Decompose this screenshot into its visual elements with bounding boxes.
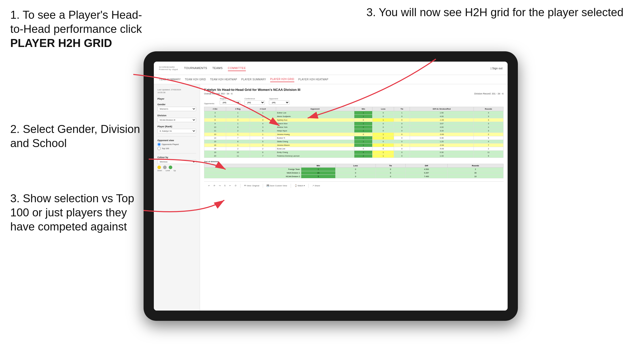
toolbar-share[interactable]: ↗ Share <box>311 184 321 187</box>
sidebar-divider <box>157 136 196 137</box>
legend-level <box>163 166 167 169</box>
cell-loss: 2 <box>373 136 394 140</box>
filter-conference-select[interactable]: (All) <box>244 100 265 105</box>
cell-rounds: 2 <box>474 133 503 136</box>
division-record: Division Record: 331 - 34 - 6 <box>474 92 504 95</box>
sidebar-division-select[interactable]: NCAA Division III <box>157 118 196 122</box>
nav-teams[interactable]: TEAMS <box>212 65 223 71</box>
app-nav: SCOREBOARD Powered by clippd TOURNAMENTS… <box>154 62 508 75</box>
toolbar-undo[interactable]: ↩ <box>207 184 211 187</box>
nav-committee[interactable]: COMMITTEE <box>228 65 246 71</box>
cell-opponent: Jessica Mason <box>276 143 354 147</box>
subnav-player-h2h-grid[interactable]: PLAYER H2H GRID <box>270 77 294 82</box>
ood-table: Win Loss Tie Diff Rounds Foreign Team 1 … <box>204 164 504 178</box>
subnav-team-summary[interactable]: TEAM SUMMARY <box>159 77 181 82</box>
cell-loss: 1 <box>373 133 394 136</box>
filter-region-select[interactable]: (All) <box>220 100 240 105</box>
cell-conf: 2 <box>250 115 276 118</box>
instruction-step3-left: 3. Show selection vs Top 100 or just pla… <box>10 191 154 234</box>
nav-tournaments[interactable]: TOURNAMENTS <box>184 65 207 71</box>
toolbar-redo1[interactable]: ⟳ <box>213 184 216 187</box>
share-icon: ↗ <box>312 185 314 187</box>
radio-top100-input[interactable] <box>157 147 161 150</box>
radio-opponents-played[interactable]: Opponents Played <box>157 143 196 146</box>
radio-opponents-played-label: Opponents Played <box>162 143 179 146</box>
ood-cell-loss: 0 <box>336 168 376 171</box>
table-row: 5 2 2 Alexis Sudjianto 1 0 0 4.00 3 <box>204 115 504 118</box>
ood-cell-name: Foreign Team <box>204 168 301 171</box>
sidebar-opponent-view-label: Opponent view <box>157 139 196 142</box>
cell-div: 10 <box>204 126 226 129</box>
tablet-device: SCOREBOARD Powered by clippd TOURNAMENTS… <box>144 51 518 321</box>
sidebar-division-label: Division <box>157 114 196 117</box>
nav-right[interactable]: | Sign out <box>491 67 502 70</box>
ood-cell-loss: 0 <box>336 175 376 178</box>
cell-conf: 5 <box>250 129 276 133</box>
cell-diff: 4.00 <box>410 115 474 118</box>
subnav-player-summary[interactable]: PLAYER SUMMARY <box>241 77 266 82</box>
cell-rounds: 4 <box>474 140 503 143</box>
filter-conference-label: Conference <box>244 98 265 100</box>
toolbar-redo2[interactable]: ↪ <box>218 184 222 187</box>
main-grid: Katelyn Vo Head-to-Head Grid for Women's… <box>200 84 508 311</box>
cell-div: 5 <box>204 115 226 118</box>
sidebar-divider2 <box>157 153 196 153</box>
cell-tie: 0 <box>394 143 410 147</box>
cell-rounds: 6 <box>474 154 503 158</box>
table-row: 11 2 5 Heejo Hyun 1 0 0 3.33 3 <box>204 129 504 133</box>
cell-reg: 1 <box>226 111 250 115</box>
subnav-team-h2h-grid[interactable]: TEAM H2H GRID <box>185 77 206 82</box>
cell-win: 1 <box>354 122 373 126</box>
cell-win: 0 <box>354 147 373 151</box>
cell-div: 15 <box>204 140 226 143</box>
cell-opponent: Eunice Yi <box>276 136 354 140</box>
logo-sub: Powered by clippd <box>159 68 178 71</box>
cell-diff: 3.67 <box>410 122 474 126</box>
filter-opponent-select[interactable]: (All) <box>269 100 289 105</box>
toolbar-paste[interactable]: ✂ <box>228 184 232 187</box>
cell-win: 1 <box>354 140 373 143</box>
sidebar-player-rank-select[interactable]: 8. Katelyn Vo <box>157 129 196 133</box>
filter-conference-group: Conference (All) <box>244 98 265 105</box>
cell-loss: 0 <box>373 140 394 143</box>
toolbar-copy[interactable]: ⎘ <box>223 184 227 187</box>
watch-icon: ⌚ <box>295 185 297 187</box>
toolbar-view-original[interactable]: 👁 View: Original <box>243 184 260 187</box>
cell-reg: 2 <box>226 115 250 118</box>
cell-div: 9 <box>204 122 226 126</box>
cell-conf: 4 <box>250 136 276 140</box>
sidebar-gender-select[interactable]: Women's <box>157 107 196 111</box>
cell-tie: 0 <box>394 115 410 118</box>
cell-opponent: Alexis Sudjianto <box>276 115 354 118</box>
cell-reg: 10 <box>226 151 250 154</box>
cell-tie: 1 <box>394 111 410 115</box>
toolbar-save-custom[interactable]: 💾 Save Custom View <box>266 184 288 187</box>
th-reg: # Reg <box>226 107 250 111</box>
cell-diff: -0.94 <box>410 143 474 147</box>
logo-text: SCOREBOARD <box>159 66 178 68</box>
toolbar-clock[interactable]: ⏱ <box>234 184 238 187</box>
th-loss: Loss <box>373 107 394 111</box>
cell-tie: 0 <box>394 122 410 126</box>
ood-cell-win: 15 <box>301 171 336 175</box>
save-icon: 💾 <box>267 185 269 187</box>
radio-top100[interactable]: Top 100 <box>157 147 196 150</box>
toolbar-watch[interactable]: ⌚ Watch ▾ <box>294 184 306 187</box>
th-diff: Diff Av Strokes/Rnd <box>410 107 474 111</box>
subnav-player-h2h-heatmap[interactable]: PLAYER H2H HEATMAP <box>298 77 328 82</box>
cell-win: 4 <box>354 151 373 154</box>
step2-text: 2. Select Gender, Division and School <box>10 122 154 150</box>
cell-opponent: Stella Cheng <box>276 140 354 143</box>
cell-div: 3 <box>204 111 226 115</box>
th-tie: Tie <box>394 107 410 111</box>
sidebar-division-section: Division NCAA Division III <box>157 114 196 122</box>
cell-diff: 1.25 <box>410 140 474 143</box>
subnav-team-h2h-heatmap[interactable]: TEAM H2H HEATMAP <box>210 77 237 82</box>
ood-cell-win: 5 <box>301 175 336 178</box>
radio-top100-label: Top 100 <box>162 147 169 150</box>
cell-opponent: Emily Chang <box>276 151 354 154</box>
radio-opponents-played-input[interactable] <box>157 143 161 146</box>
overall-record: Overall Record: 353 - 34 - 6 <box>204 92 233 95</box>
h2h-table-body: 3 1 1 Esther Lee 1 0 1 1.50 4 5 2 2 Alex… <box>204 111 504 158</box>
sidebar-colour-select[interactable]: Win/loss <box>157 160 196 164</box>
